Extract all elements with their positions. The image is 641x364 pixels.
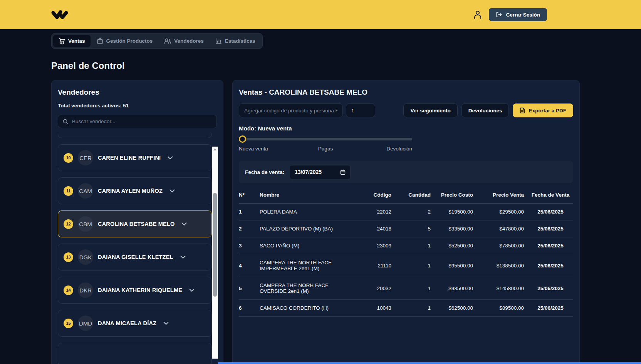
sale-date-strip: Fecha de venta: 13/07/2025	[239, 161, 573, 183]
search-icon	[62, 119, 69, 125]
vendor-avatar: DMD	[78, 316, 93, 331]
cell-fecha-venta: 25/06/2025	[528, 209, 573, 215]
vendor-avatar: CBM	[78, 216, 93, 232]
vendor-number-badge: 10	[64, 153, 73, 163]
cell-precio-costo: $33500.00	[435, 226, 473, 232]
brand-logo-icon	[51, 8, 69, 22]
cell-precio-costo: $19500.00	[435, 209, 473, 215]
cell-codigo: 21110	[358, 263, 391, 269]
cell-codigo: 20032	[358, 286, 391, 291]
vendor-avatar: DKR	[78, 282, 93, 298]
tab-ventas[interactable]: Ventas	[53, 35, 91, 47]
cell-precio-venta: $78500.00	[477, 243, 524, 249]
vendor-number-badge: 14	[64, 286, 73, 295]
col-header-fecha-venta: Fecha de Venta	[528, 192, 573, 199]
vendor-card-partial-bottom[interactable]	[58, 343, 212, 364]
cell-precio-costo: $62500.00	[435, 305, 473, 311]
cell-fecha-venta: 25/06/2025	[528, 305, 573, 311]
cell-nombre: CAMISACO CORDERITO (H)	[260, 305, 354, 311]
table-row: 3 SACO PAÑO (M) 23009 1 $52500.00 $78500…	[239, 237, 573, 254]
cell-precio-venta: $138500.00	[477, 263, 524, 269]
cell-precio-venta: $89500.00	[477, 305, 524, 311]
vendor-avatar: DGK	[78, 249, 93, 265]
slider-label-pagas: Pagas	[318, 146, 333, 152]
cell-nombre: SACO PAÑO (M)	[260, 243, 354, 249]
chevron-down-icon[interactable]	[189, 289, 195, 292]
sales-table-header: N° Nombre Código Cantidad Precio Costo P…	[239, 187, 573, 204]
sale-date-label: Fecha de venta:	[245, 169, 284, 175]
vendor-number-badge: 13	[64, 252, 73, 262]
vendors-panel: Vendedores Total vendedores activos: 51 …	[51, 80, 223, 364]
cell-cantidad: 5	[395, 226, 431, 232]
vendor-card[interactable]: 15 DMD DANA MICAELA DÍAZ	[58, 310, 212, 337]
tab-estadisticas[interactable]: Estadísticas	[210, 35, 261, 47]
user-icon	[473, 10, 482, 19]
cell-cantidad: 2	[395, 209, 431, 215]
mode-slider[interactable]	[239, 138, 412, 140]
col-header-numero: N°	[239, 192, 256, 199]
user-profile-button[interactable]	[473, 10, 482, 19]
mode-slider-labels: Nueva venta Pagas Devolución	[239, 146, 412, 152]
quantity-input[interactable]	[346, 104, 375, 117]
cell-fecha-venta: 25/06/2025	[528, 286, 573, 291]
document-icon	[520, 107, 525, 114]
calendar-icon[interactable]	[340, 169, 346, 175]
tracking-button-label: Ver seguimiento	[410, 108, 450, 114]
table-row: 4 CAMPERA THE NORTH FACE IMPERMEABLE 2en…	[239, 254, 573, 277]
sales-panel: Ventas - CAROLINA BETSABE MELO Ver segui…	[232, 80, 580, 364]
tab-gestion-productos[interactable]: Gestión Productos	[91, 35, 158, 47]
col-header-precio-venta: Precio Venta	[477, 192, 524, 199]
vendor-avatar: CER	[78, 150, 93, 165]
cell-numero: 3	[239, 243, 256, 249]
vendor-card-partial-top	[58, 134, 212, 138]
mode-slider-track[interactable]	[243, 138, 412, 140]
vendor-card[interactable]: 14 DKR DAIANA KATHERIN RIQUELME	[58, 277, 212, 304]
table-row: 6 CAMISACO CORDERITO (H) 10043 1 $62500.…	[239, 300, 573, 317]
cell-nombre: POLERA DAMA	[260, 209, 354, 215]
vendor-list-scrollbar[interactable]	[212, 147, 218, 359]
chevron-down-icon[interactable]	[163, 322, 169, 325]
returns-button[interactable]: Devoluciones	[461, 104, 509, 117]
sales-panel-title: Ventas - CAROLINA BETSABE MELO	[239, 88, 573, 97]
logout-button[interactable]: Cerrar Sesión	[489, 8, 547, 21]
cell-precio-venta: $145800.00	[477, 286, 524, 291]
cell-precio-venta: $29500.00	[477, 209, 524, 215]
cart-icon	[59, 38, 65, 44]
vendor-card[interactable]: 11 CAM CARINA AYLEN MUÑOZ	[58, 177, 212, 204]
cell-precio-venta: $47800.00	[477, 226, 524, 232]
cell-numero: 5	[239, 286, 256, 291]
cell-codigo: 24018	[358, 226, 391, 232]
cell-nombre: CAMPERA THE NORH FACE OVERSIDE 2en1 (M)	[260, 282, 354, 294]
cell-codigo: 22012	[358, 209, 391, 215]
chevron-down-icon[interactable]	[168, 156, 173, 160]
slider-label-nueva-venta: Nueva venta	[239, 146, 268, 152]
vendor-number-badge: 11	[64, 186, 73, 196]
page-title: Panel de Control	[51, 60, 125, 71]
bottom-accent-bar	[218, 362, 641, 364]
chevron-down-icon[interactable]	[180, 255, 186, 259]
export-pdf-button[interactable]: Exportar a PDF	[513, 104, 573, 117]
mode-slider-thumb[interactable]	[239, 135, 246, 143]
vendor-number-badge: 12	[64, 219, 73, 229]
vendor-list-scrollbar-thumb[interactable]	[213, 193, 217, 297]
product-code-input[interactable]	[239, 104, 343, 117]
vendor-search-input[interactable]	[72, 119, 212, 124]
vendor-name: CAREN ELINE RUFFINI	[98, 155, 161, 161]
scrollbar-up-arrow[interactable]	[213, 148, 216, 150]
vendor-card[interactable]: 10 CER CAREN ELINE RUFFINI	[58, 144, 212, 171]
vendor-card[interactable]: 13 DGK DAIANA GISELLE KLETZEL	[58, 244, 212, 270]
vendor-name: DAIANA KATHERIN RIQUELME	[98, 287, 182, 293]
cell-codigo: 23009	[358, 243, 391, 249]
brand-logo	[51, 8, 69, 22]
col-header-precio-costo: Precio Costo	[435, 192, 473, 199]
chevron-down-icon[interactable]	[169, 189, 175, 193]
cell-fecha-venta: 25/06/2025	[528, 263, 573, 269]
tracking-button[interactable]: Ver seguimiento	[403, 104, 457, 117]
tab-vendedores[interactable]: Vendedores	[159, 35, 209, 47]
vendor-card-selected[interactable]: 12 CBM CAROLINA BETSABE MELO	[58, 210, 212, 237]
cell-cantidad: 1	[395, 286, 431, 291]
sale-date-input[interactable]: 13/07/2025	[290, 165, 351, 179]
tab-ventas-label: Ventas	[68, 38, 85, 44]
cell-numero: 2	[239, 226, 256, 232]
chevron-down-icon[interactable]	[181, 222, 187, 226]
